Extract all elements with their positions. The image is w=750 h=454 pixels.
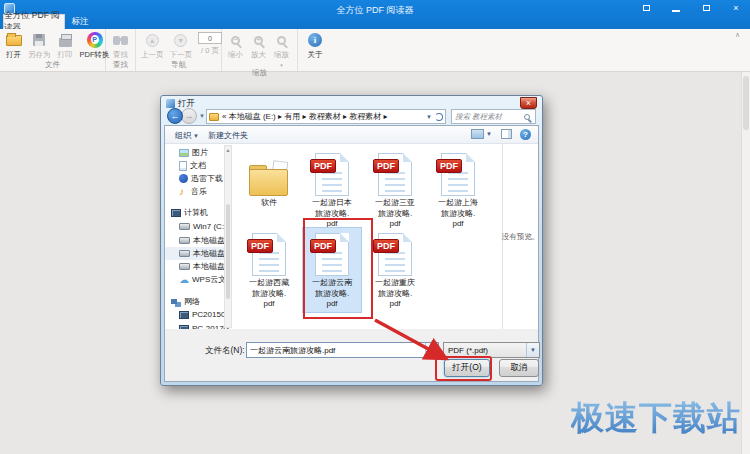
zoom-level-button[interactable]: 缩放▾ [270,32,293,68]
pdf-convert-icon [87,32,103,48]
drive-icon [179,237,190,244]
nav-history-caret-icon[interactable]: ▼ [199,113,205,119]
minimize-icon [672,10,680,12]
prev-page-button[interactable]: ▲上一页 [138,32,167,60]
sidebar-item-pc1[interactable]: PC20150315 [165,308,229,321]
forward-button[interactable]: → [181,108,197,124]
zoom-in-button[interactable]: +放大 [247,32,270,60]
views-icon [471,129,484,139]
address-dropdown-icon[interactable]: ▼ [426,114,432,120]
ribbon-group-label-zoom: 缩放 [222,68,297,80]
ribbon-group-label-nav: 导航 [136,60,221,72]
sidebar-item-music[interactable]: ♪音乐 [165,185,229,198]
refresh-icon[interactable] [435,113,443,121]
sidebar-item-documents[interactable]: 文档 [165,159,229,172]
sidebar-item-computer[interactable]: 计算机 [165,206,229,219]
search-icon [524,114,530,120]
tab-annotate[interactable]: 标注 [67,14,93,29]
watermark-text: 极速下载站 [571,396,741,441]
cancel-button[interactable]: 取消 [499,359,539,377]
ribbon-group-label-file: 文件 [0,60,105,72]
ribbon-group-label-find: 查找 [106,60,135,72]
help-button[interactable]: ? [520,129,531,140]
save-icon [33,34,45,46]
folder-icon [249,165,289,196]
sidebar-item-drive-e[interactable]: 本地磁盘 (E:) [165,247,229,260]
pdf-file-sanya[interactable]: PDF 一起游三亚旅游攻略.pdf [366,148,424,232]
scroll-up-icon[interactable]: ▲ [225,146,231,154]
save-as-button[interactable]: 另存为 [25,32,54,60]
scrollbar-thumb[interactable] [743,76,749,130]
documents-icon [179,161,187,171]
breadcrumb[interactable]: « 本地磁盘 (E:) ▸ 有用 ▸ 教程素材 ▸ 教程素材 ▸ [222,111,387,122]
pdf-file-tibet[interactable]: PDF 一起游西藏旅游攻略.pdf [240,228,298,312]
zoom-icon [277,36,286,45]
ribbon-group-nav: ▲上一页 ▼下一页 / 0 页 导航 [136,29,222,71]
zoom-out-button[interactable]: −缩小 [224,32,247,60]
printer-icon [59,38,72,47]
binoculars-icon [113,36,120,45]
page-number-widget: / 0 页 [195,32,225,56]
scrollbar-thumb[interactable] [226,204,230,299]
drive-icon [179,263,190,270]
close-button[interactable]: × [728,2,744,14]
ribbon: 打开 另存为 打印 PDF转换 文件 查找 查找 ▲上一页 ▼下一页 / 0 页 [0,29,750,72]
ribbon-group-about: i关于 [298,29,332,71]
maximize-icon [703,5,710,11]
pdf-file-icon: PDF [378,153,412,196]
pc-icon [179,311,189,319]
open-button[interactable]: 打开 [2,32,25,60]
dialog-icon [166,99,175,108]
pdf-file-chongqing[interactable]: PDF 一起游重庆旅游攻略.pdf [366,228,424,312]
navigation-pane: 图片 文档 迅雷下载 ♪音乐 计算机 Win7 (C:) 本地磁盘 (D:) 本… [165,144,238,329]
command-bar: 组织▼ 新建文件夹 ▼ ? [165,126,538,144]
pdf-file-icon: PDF [378,233,412,276]
info-icon: i [308,33,322,47]
annotation-highlight-box [303,218,373,319]
next-page-button[interactable]: ▼下一页 [167,32,196,60]
ribbon-group-file: 打开 另存为 打印 PDF转换 文件 [0,29,106,71]
chevron-down-icon[interactable]: ▼ [526,343,539,357]
titlebar: 全方位 PDF 阅读器 × 全方位 PDF 阅读器 标注 [0,0,750,29]
cloud-icon: ☁ [179,275,189,285]
pdf-file-shanghai[interactable]: PDF 一起游上海旅游攻略.pdf [429,148,487,232]
thunder-icon [179,174,188,183]
folder-item[interactable]: 软件 [240,148,298,211]
preview-text: 没有预览。 [502,232,540,242]
dialog-close-button[interactable]: × [520,97,537,109]
ribbon-group-find: 查找 查找 [106,29,136,71]
search-box[interactable] [451,109,536,124]
views-button[interactable]: ▼ [471,129,492,139]
ribbon-options-button[interactable] [638,2,654,14]
find-button[interactable]: 查找 [109,32,132,60]
address-bar[interactable]: « 本地磁盘 (E:) ▸ 有用 ▸ 教程素材 ▸ 教程素材 ▸ ▼ [206,109,446,124]
sidebar-item-drive-c[interactable]: Win7 (C:) [165,220,229,233]
music-icon: ♪ [179,187,188,197]
sidebar-item-drive-d[interactable]: 本地磁盘 (D:) [165,234,229,247]
restore-icon [643,5,650,11]
sidebar-item-pictures[interactable]: 图片 [165,146,229,159]
search-input[interactable] [452,112,524,121]
tab-main[interactable]: 全方位 PDF 阅读器 [3,14,65,29]
print-button[interactable]: 打印 [54,32,77,60]
sidebar-item-pc2[interactable]: PC-2017060 [165,322,229,329]
back-button[interactable]: ← [167,108,183,124]
sidebar-item-wps-cloud[interactable]: ☁WPS云文档 [165,273,229,286]
maximize-button[interactable] [698,2,714,14]
organize-menu[interactable]: 组织▼ [175,130,199,141]
ribbon-group-zoom: −缩小 +放大 缩放▾ 缩放 [222,29,298,71]
pdf-file-icon: PDF [252,233,286,276]
sidebar-item-drive-f[interactable]: 本地磁盘 (F:) [165,260,229,273]
minimize-button[interactable] [668,2,684,14]
about-button[interactable]: i关于 [304,32,327,60]
sidebar-item-network[interactable]: 网络 [165,295,229,308]
page-number-input[interactable] [198,32,222,44]
collapse-ribbon-icon[interactable]: ∧ [735,31,740,39]
main-scrollbar[interactable] [741,72,750,454]
new-folder-button[interactable]: 新建文件夹 [208,130,248,141]
sidebar-item-thunder[interactable]: 迅雷下载 [165,172,229,185]
preview-pane-button[interactable] [501,129,512,139]
sidebar-scrollbar[interactable]: ▲ [224,145,232,328]
zoom-in-icon: + [254,36,263,45]
computer-icon [171,209,181,217]
